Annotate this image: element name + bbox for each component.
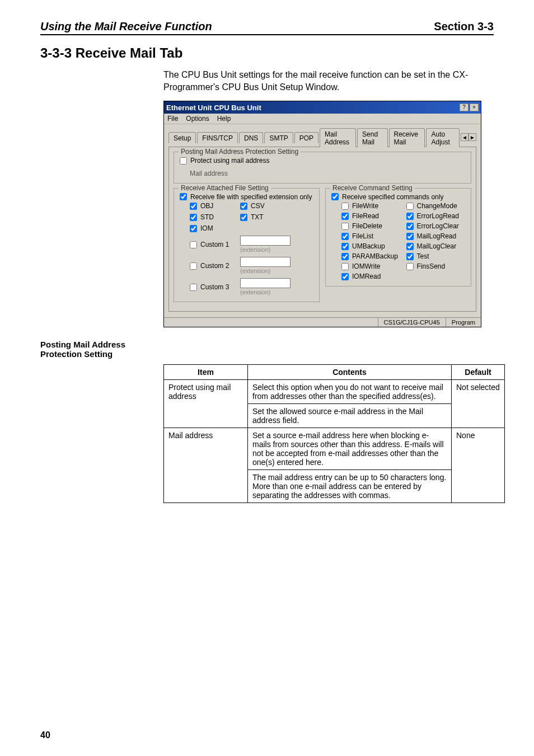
tab-scroll-right-icon[interactable]: ►	[469, 133, 476, 141]
cmd-filedelete[interactable]: FileDelete	[341, 222, 401, 230]
receive-cmd-only-checkbox[interactable]: Receive specified commands only	[331, 193, 443, 201]
settings-table: Item Contents Default Protect using mail…	[163, 364, 505, 503]
ext-custom1-input[interactable]	[240, 236, 291, 246]
help-icon[interactable]: ?	[460, 104, 469, 111]
posting-protection-legend: Posting Mail Address Protection Setting	[179, 148, 301, 156]
ext-custom2-input[interactable]	[240, 257, 291, 267]
cmd-errorlogread[interactable]: ErrorLogRead	[406, 212, 466, 220]
protect-checkbox-label: Protect using mail address	[190, 157, 269, 165]
ext-custom3[interactable]: Custom 3	[190, 283, 235, 291]
cmd-errorlogclear[interactable]: ErrorLogClear	[406, 222, 466, 230]
header-left: Using the Mail Receive Function	[40, 20, 212, 33]
tab-fins-tcp[interactable]: FINS/TCP	[197, 132, 238, 143]
cmd-parambackup[interactable]: PARAMBackup	[341, 252, 401, 260]
receive-ext-only-input[interactable]	[180, 193, 187, 200]
receive-command-group: Receive Command Setting Receive specifie…	[325, 188, 471, 287]
status-bar: CS1G/CJ1G-CPU45 Program	[164, 317, 481, 327]
menu-bar: File Options Help	[164, 114, 481, 124]
ext-iom[interactable]: IOM	[190, 224, 235, 232]
section-title: 3-3-3 Receive Mail Tab	[40, 45, 494, 61]
table-row: Protect using mail address Select this o…	[164, 380, 505, 404]
attached-file-group: Receive Attached File Setting Receive fi…	[174, 188, 320, 303]
intro-text: The CPU Bus Unit settings for the mail r…	[163, 69, 494, 93]
mail-address-label: Mail address	[190, 170, 465, 177]
cmd-changemode[interactable]: ChangeMode	[406, 202, 466, 210]
row1-def: Not selected	[452, 380, 505, 428]
row2-def: None	[452, 428, 505, 503]
cmd-finssend[interactable]: FinsSend	[406, 262, 466, 270]
row1-item: Protect using mail address	[164, 380, 248, 428]
cmd-test[interactable]: Test	[406, 252, 466, 260]
protect-checkbox-input[interactable]	[180, 157, 187, 165]
th-item: Item	[164, 365, 248, 380]
row1-c2: Set the allowed source e-mail address in…	[248, 404, 452, 428]
ext-csv[interactable]: CSV	[240, 202, 302, 210]
cmd-maillogread[interactable]: MailLogRead	[406, 232, 466, 240]
tab-smtp[interactable]: SMTP	[264, 132, 293, 143]
ext-custom1[interactable]: Custom 1	[190, 241, 235, 248]
cmd-filewrite[interactable]: FileWrite	[341, 202, 401, 210]
tab-pop[interactable]: POP	[294, 132, 318, 143]
ext-std[interactable]: STD	[190, 213, 235, 221]
cmd-iomread[interactable]: IOMRead	[341, 273, 401, 280]
th-contents: Contents	[248, 365, 452, 380]
ext-obj[interactable]: OBJ	[190, 202, 235, 210]
table-row: Mail address Set a source e-mail address…	[164, 428, 505, 470]
receive-command-legend: Receive Command Setting	[330, 184, 415, 192]
tab-send-mail[interactable]: Send Mail	[357, 128, 387, 147]
dialog-titlebar: Ethernet Unit CPU Bus Unit ? ×	[164, 101, 481, 114]
cmd-fileread[interactable]: FileRead	[341, 212, 401, 220]
row2-item: Mail address	[164, 428, 248, 503]
cmd-filelist[interactable]: FileList	[341, 232, 401, 240]
tab-scroll-left-icon[interactable]: ◄	[461, 133, 469, 141]
menu-options[interactable]: Options	[186, 115, 209, 123]
status-mode: Program	[446, 318, 481, 327]
tab-setup[interactable]: Setup	[168, 132, 196, 143]
posting-protection-group: Posting Mail Address Protection Setting …	[174, 152, 471, 184]
page-number: 40	[40, 730, 50, 740]
row2-c1: Set a source e-mail address here when bl…	[248, 428, 452, 470]
dialog-title: Ethernet Unit CPU Bus Unit	[166, 104, 261, 112]
ext-custom2[interactable]: Custom 2	[190, 262, 235, 270]
receive-ext-only-label: Receive file with specified extension on…	[190, 193, 312, 201]
tab-panel-receive-mail: Posting Mail Address Protection Setting …	[168, 147, 476, 312]
close-icon[interactable]: ×	[470, 104, 479, 111]
receive-ext-only-checkbox[interactable]: Receive file with specified extension on…	[180, 193, 312, 201]
menu-help[interactable]: Help	[217, 115, 231, 123]
ethernet-unit-dialog: Ethernet Unit CPU Bus Unit ? × File Opti…	[163, 101, 481, 327]
tabs: Setup FINS/TCP DNS SMTP POP Mail Address…	[168, 128, 476, 147]
tab-receive-mail[interactable]: Receive Mail	[389, 128, 425, 147]
status-model: CS1G/CJ1G-CPU45	[378, 318, 446, 327]
th-default: Default	[452, 365, 505, 380]
tab-auto-adjust[interactable]: Auto Adjust	[426, 128, 460, 147]
cmd-maillogclear[interactable]: MailLogClear	[406, 242, 466, 250]
row1-c1: Select this option when you do not want …	[248, 380, 452, 404]
posting-protection-subhead: Posting Mail Address Protection Setting	[40, 340, 152, 359]
page-header: Using the Mail Receive Function Section …	[40, 20, 494, 35]
setup-screenshot: Ethernet Unit CPU Bus Unit ? × File Opti…	[163, 101, 494, 327]
ext-txt[interactable]: TXT	[240, 213, 302, 221]
cmd-umbackup[interactable]: UMBackup	[341, 242, 401, 250]
row2-c2: The mail address entry can be up to 50 c…	[248, 470, 452, 503]
tab-mail-address[interactable]: Mail Address	[320, 128, 356, 147]
receive-cmd-only-label: Receive specified commands only	[342, 193, 443, 201]
tab-dns[interactable]: DNS	[239, 132, 263, 143]
menu-file[interactable]: File	[167, 115, 178, 123]
ext-custom3-input[interactable]	[240, 278, 291, 288]
attached-file-legend: Receive Attached File Setting	[179, 184, 271, 192]
cmd-iomwrite[interactable]: IOMWrite	[341, 262, 401, 270]
header-right: Section 3-3	[434, 20, 494, 33]
protect-checkbox[interactable]: Protect using mail address	[180, 157, 269, 165]
receive-cmd-only-input[interactable]	[331, 193, 339, 200]
